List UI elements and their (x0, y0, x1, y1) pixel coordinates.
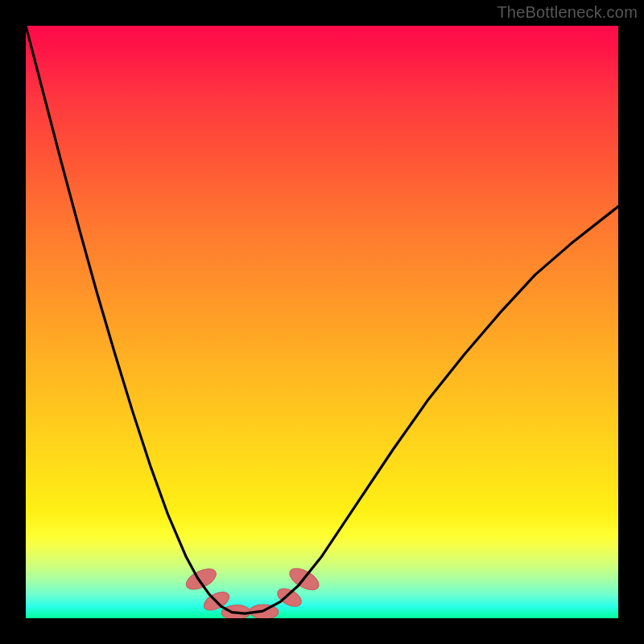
watermark-text: TheBottleneck.com (497, 3, 638, 22)
plot-area (26, 26, 618, 618)
highlight-right-lower (275, 585, 304, 610)
chart-frame: TheBottleneck.com (0, 0, 644, 644)
chart-overlay (26, 26, 618, 618)
highlight-left-anchor (184, 565, 220, 594)
bottleneck-curve (26, 26, 618, 613)
highlight-markers (184, 564, 323, 618)
